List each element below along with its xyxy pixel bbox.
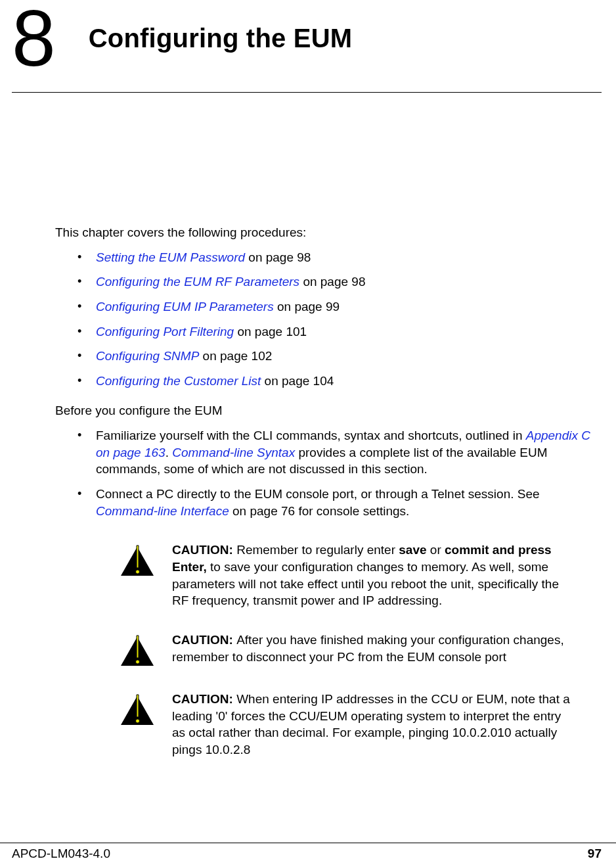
link[interactable]: Configuring Port Filtering: [96, 325, 234, 338]
before-lead: Before you configure the EUM: [55, 402, 602, 419]
caution-block: CAUTION: When entering IP addresses in t…: [117, 691, 602, 758]
list-item: Connect a PC directly to the EUM console…: [77, 486, 602, 519]
page-ref: on page 99: [274, 300, 340, 313]
text: Connect a PC directly to the EUM console…: [96, 487, 540, 501]
divider: [12, 92, 602, 93]
page-ref: on page 101: [234, 325, 307, 338]
svg-marker-7: [137, 695, 139, 717]
before-list: Familiarize yourself with the CLI comman…: [77, 427, 602, 519]
list-item: Setting the EUM Password on page 98: [77, 249, 602, 266]
caution-text: CAUTION: When entering IP addresses in t…: [172, 691, 573, 758]
list-item: Familiarize yourself with the CLI comman…: [77, 427, 602, 478]
caution-label: CAUTION:: [172, 692, 236, 706]
link[interactable]: Configuring EUM IP Parameters: [96, 300, 274, 313]
svg-point-2: [136, 570, 140, 574]
chapter-header: 8 Configuring the EUM: [12, 0, 602, 78]
page-footer: APCD-LM043-4.0 97: [0, 843, 616, 859]
link[interactable]: Configuring SNMP: [96, 349, 199, 363]
list-item: Configuring Port Filtering on page 101: [77, 323, 602, 340]
page-number: 97: [588, 845, 602, 859]
caution-block: CAUTION: Remember to regularly enter sav…: [117, 542, 602, 609]
svg-point-8: [136, 719, 140, 723]
page-ref: on page 98: [245, 250, 311, 264]
page-ref: on page 98: [299, 275, 365, 289]
list-item: Configuring EUM IP Parameters on page 99: [77, 298, 602, 315]
text: .: [165, 446, 173, 459]
list-item: Configuring SNMP on page 102: [77, 348, 602, 365]
intro-text: This chapter covers the following proced…: [55, 224, 602, 241]
chapter-number: 8: [12, 0, 53, 78]
text: Remember to regularly enter: [236, 543, 399, 557]
page-ref: on page 104: [261, 374, 334, 388]
page: 8 Configuring the EUM This chapter cover…: [0, 0, 616, 828]
caution-text: CAUTION: Remember to regularly enter sav…: [172, 542, 573, 609]
list-item: Configuring the Customer List on page 10…: [77, 373, 602, 390]
link[interactable]: Setting the EUM Password: [96, 250, 245, 264]
link[interactable]: Configuring the EUM RF Parameters: [96, 275, 299, 289]
caution-icon: [117, 692, 158, 728]
caution-block: CAUTION: After you have finished making …: [117, 632, 602, 668]
bold-text: save: [399, 543, 426, 557]
caution-icon: [117, 633, 158, 668]
svg-point-5: [136, 660, 140, 664]
text: to save your configuration changes to me…: [172, 560, 559, 607]
link[interactable]: Command-line Interface: [96, 504, 229, 518]
doc-id: APCD-LM043-4.0: [12, 845, 110, 859]
page-ref: on page 102: [199, 349, 272, 363]
caution-icon: [117, 543, 158, 578]
toc-list: Setting the EUM Password on page 98 Conf…: [77, 249, 602, 390]
text: Familiarize yourself with the CLI comman…: [96, 429, 526, 442]
text: on page 76 for console settings.: [229, 504, 410, 518]
caution-text: CAUTION: After you have finished making …: [172, 632, 573, 665]
chapter-title: Configuring the EUM: [89, 20, 353, 56]
link[interactable]: Configuring the Customer List: [96, 374, 261, 388]
caution-label: CAUTION:: [172, 633, 236, 647]
svg-marker-4: [137, 636, 139, 658]
caution-label: CAUTION:: [172, 543, 236, 557]
svg-marker-1: [137, 546, 139, 568]
list-item: Configuring the EUM RF Parameters on pag…: [77, 273, 602, 290]
link[interactable]: Command-line Syntax: [172, 446, 295, 459]
text: or: [427, 543, 445, 557]
